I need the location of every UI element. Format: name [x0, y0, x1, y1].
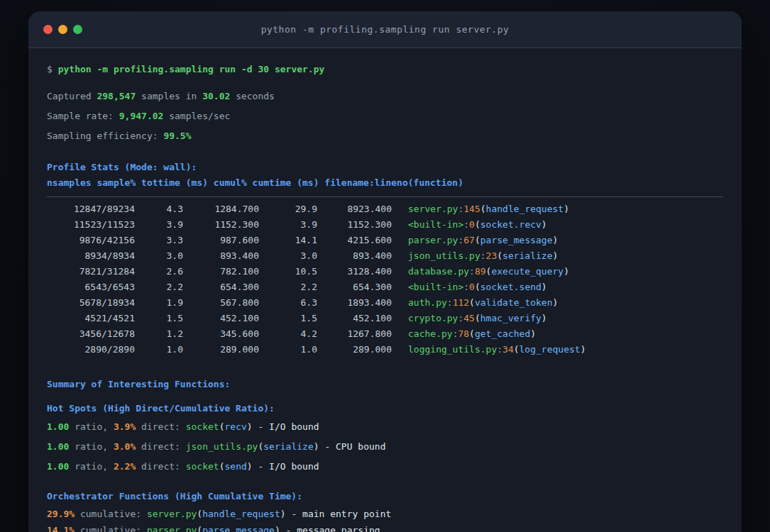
ratio-value: 1.00	[47, 441, 69, 452]
module-name: socket	[186, 421, 219, 432]
filename: auth.py	[408, 297, 447, 308]
sample-pct-cell: 2.6	[135, 264, 183, 279]
efficiency-line: Sampling efficiency: 99.5%	[47, 129, 723, 143]
cumulative-pct: 14.1%	[47, 525, 75, 532]
sample-pct-cell: 1.2	[135, 326, 183, 342]
table-columns-header: nsamples sample% tottime (ms) cumul% cum…	[47, 176, 723, 190]
orchestrator-header: Orchestrator Functions (High Cumulative …	[47, 489, 723, 504]
nsamples-cell: 12847/89234	[47, 201, 135, 217]
table-row: 5678/189341.9567.8006.31893.400auth.py:1…	[47, 295, 723, 311]
filename: database.py	[408, 266, 469, 277]
cumtime-cell: 893.400	[317, 248, 392, 264]
cumul-pct-cell: 3.0	[259, 248, 317, 264]
zoom-button[interactable]	[73, 25, 82, 34]
function-name: serialize	[263, 441, 313, 452]
tottime-cell: 782.100	[183, 264, 259, 279]
cumtime-cell: 452.100	[317, 311, 392, 326]
function-location: cache.py:78(get_cached)	[408, 326, 536, 342]
line-number: 23	[486, 250, 497, 261]
shell-prompt: $	[47, 64, 58, 74]
table-row: 9876/421563.3987.60014.14215.600parser.p…	[47, 233, 723, 248]
module-name: server.py	[147, 509, 197, 519]
line-number: 0	[469, 219, 475, 230]
filename: json_utils.py	[408, 250, 480, 261]
function-location: crypto.py:45(hmac_verify)	[408, 311, 547, 326]
function-name: serialize	[502, 250, 552, 261]
efficiency-value: 99.5%	[163, 131, 191, 141]
titlebar[interactable]: python -m profiling.sampling run server.…	[28, 11, 742, 48]
terminal-output: $ python -m profiling.sampling run -d 30…	[28, 48, 742, 532]
line-number: 89	[475, 266, 486, 277]
command-line: $ python -m profiling.sampling run -d 30…	[47, 62, 723, 77]
sample-pct-cell: 3.0	[135, 248, 183, 264]
function-name: socket.recv	[480, 219, 541, 230]
sample-rate-value: 9,947.02	[119, 111, 164, 121]
orchestrator-list: 29.9% cumulative: server.py(handle_reque…	[47, 507, 723, 532]
line-number: 78	[458, 328, 469, 339]
cumul-pct-cell: 4.2	[259, 326, 317, 342]
function-location: server.py:145(handle_request)	[408, 201, 569, 217]
table-row: 12847/892344.31284.70029.98923.400server…	[47, 201, 723, 217]
cumtime-cell: 654.300	[317, 279, 392, 295]
tottime-cell: 567.800	[183, 295, 259, 311]
cumul-pct-cell: 10.5	[259, 264, 317, 279]
hotspot-line: 1.00 ratio, 2.2% direct: socket(send) - …	[47, 460, 723, 474]
sample-pct-cell: 1.5	[135, 311, 183, 326]
samples-count: 298,547	[97, 91, 136, 101]
nsamples-cell: 4521/4521	[47, 311, 135, 326]
hotspot-line: 1.00 ratio, 3.9% direct: socket(recv) - …	[47, 420, 723, 434]
ratio-value: 1.00	[47, 421, 69, 432]
role-note: - main entry point	[286, 509, 392, 519]
direct-pct: 3.9%	[114, 421, 136, 432]
module-name: socket	[186, 461, 219, 472]
hotspots-header: Hot Spots (High Direct/Cumulative Ratio)…	[47, 401, 723, 416]
cumtime-cell: 1267.800	[317, 326, 392, 342]
cumulative-pct: 29.9%	[47, 509, 75, 519]
tottime-cell: 452.100	[183, 311, 259, 326]
function-location: <built-in>:0(socket.send)	[408, 279, 547, 295]
command-text: python -m profiling.sampling run -d 30 s…	[58, 64, 325, 74]
cumul-pct-cell: 3.9	[259, 217, 317, 233]
tottime-cell: 345.600	[183, 326, 259, 342]
function-name: validate_token	[475, 297, 553, 308]
bound-type: - I/O bound	[253, 461, 319, 472]
function-location: json_utils.py:23(serialize)	[408, 248, 558, 264]
sample-pct-cell: 3.3	[135, 233, 183, 248]
line-number: 45	[463, 313, 475, 323]
terminal-window: python -m profiling.sampling run server.…	[28, 11, 742, 532]
function-name: handle_request	[202, 509, 280, 519]
sample-pct-cell: 1.9	[135, 295, 183, 311]
cumul-pct-cell: 29.9	[259, 201, 317, 217]
function-name: recv	[225, 421, 247, 432]
bound-type: - CPU bound	[319, 441, 386, 452]
cumtime-cell: 289.000	[317, 342, 392, 358]
stats-table-body: 12847/892344.31284.70029.98923.400server…	[47, 201, 723, 358]
filename: parser.py	[408, 235, 458, 245]
nsamples-cell: 3456/12678	[47, 326, 135, 342]
direct-pct: 2.2%	[114, 461, 136, 472]
summary-header: Summary of Interesting Functions:	[47, 377, 723, 392]
window-title: python -m profiling.sampling run server.…	[28, 24, 742, 35]
bound-type: - I/O bound	[253, 421, 319, 432]
module-name: json_utils.py	[186, 441, 258, 452]
close-button[interactable]	[43, 25, 53, 34]
minimize-button[interactable]	[58, 25, 67, 34]
function-location: <built-in>:0(socket.recv)	[408, 217, 547, 233]
tottime-cell: 654.300	[183, 279, 259, 295]
filename: server.py	[408, 204, 458, 214]
sample-pct-cell: 2.2	[135, 279, 183, 295]
duration-seconds: 30.02	[202, 91, 230, 101]
module-name: parser.py	[147, 525, 197, 532]
sample-rate-line: Sample rate: 9,947.02 samples/sec	[47, 109, 723, 123]
table-row: 4521/45211.5452.1001.5452.100crypto.py:4…	[47, 311, 723, 326]
function-name: execute_query	[491, 266, 563, 277]
function-location: parser.py:67(parse_message)	[408, 233, 558, 248]
tottime-cell: 987.600	[183, 233, 259, 248]
line-number: 145	[463, 204, 480, 214]
nsamples-cell: 6543/6543	[47, 279, 135, 295]
nsamples-cell: 11523/11523	[47, 217, 135, 233]
table-row: 8934/89343.0893.4003.0893.400json_utils.…	[47, 248, 723, 264]
filename: <built-in>	[408, 282, 463, 292]
function-location: logging_utils.py:34(log_request)	[408, 342, 585, 358]
ratio-value: 1.00	[47, 461, 69, 472]
